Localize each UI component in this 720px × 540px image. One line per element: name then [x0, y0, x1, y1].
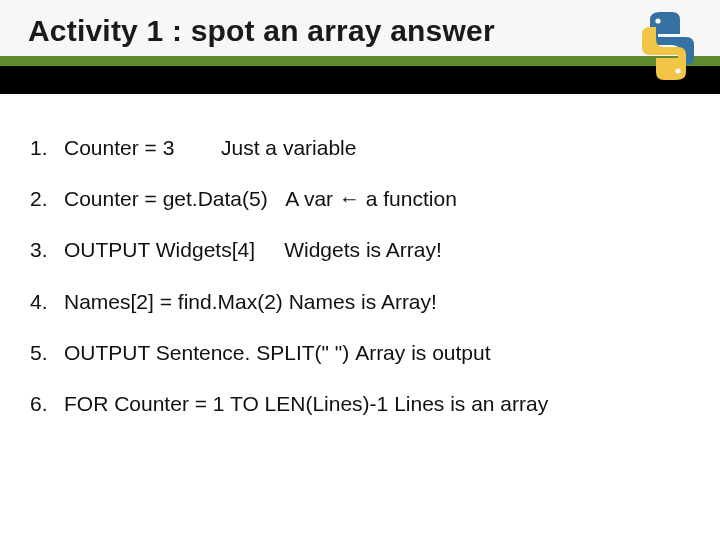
item-code: Counter = 3: [64, 135, 174, 160]
item-number: 2.: [30, 186, 64, 211]
item-code: OUTPUT Sentence. SPLIT(" "): [64, 340, 349, 365]
item-note: Names is Array!: [289, 289, 437, 314]
svg-point-1: [675, 68, 680, 73]
list-item: 3. OUTPUT Widgets[4] Widgets is Array!: [30, 237, 690, 262]
page-title: Activity 1 : spot an array answer: [28, 14, 495, 48]
list-item: 4. Names[2] = find.Max(2) Names is Array…: [30, 289, 690, 314]
list-item: 2. Counter = get.Data(5) A var ← a funct…: [30, 186, 690, 211]
list-item: 5. OUTPUT Sentence. SPLIT(" ") Array is …: [30, 340, 690, 365]
python-icon: [634, 10, 702, 82]
item-number: 3.: [30, 237, 64, 262]
list-item: 6. FOR Counter = 1 TO LEN(Lines)-1 Lines…: [30, 391, 690, 416]
item-note: Lines is an array: [394, 391, 548, 416]
item-number: 6.: [30, 391, 64, 416]
item-note: A var ← a function: [285, 186, 457, 211]
answer-list: 1. Counter = 3 Just a variable 2. Counte…: [30, 135, 690, 442]
item-note: Array is output: [355, 340, 490, 365]
python-logo: [634, 10, 702, 86]
svg-point-0: [655, 18, 660, 23]
item-gap: [268, 186, 286, 211]
item-number: 4.: [30, 289, 64, 314]
item-note: Widgets is Array!: [284, 237, 442, 262]
item-gap: [255, 237, 284, 262]
item-number: 1.: [30, 135, 64, 160]
item-number: 5.: [30, 340, 64, 365]
item-note: Just a variable: [221, 135, 356, 160]
item-code: Counter = get.Data(5): [64, 186, 268, 211]
item-code: Names[2] = find.Max(2): [64, 289, 283, 314]
item-code: FOR Counter = 1 TO LEN(Lines)-1: [64, 391, 388, 416]
item-gap: [174, 135, 221, 160]
item-code: OUTPUT Widgets[4]: [64, 237, 255, 262]
slide: Activity 1 : spot an array answer 1. Cou…: [0, 0, 720, 540]
green-accent-band: [0, 56, 720, 66]
list-item: 1. Counter = 3 Just a variable: [30, 135, 690, 160]
